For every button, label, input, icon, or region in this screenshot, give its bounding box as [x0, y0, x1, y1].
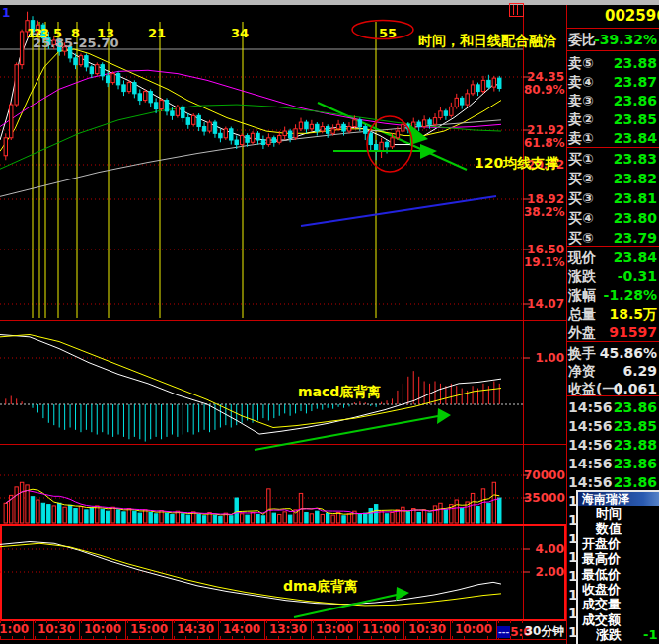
panel-separator	[566, 50, 659, 51]
trade-list-row: 14:5623.88	[568, 436, 657, 455]
trading-app-window: 1 25.85-25.70 时间，和日线配合融洽 120均线支撑 macd底背离…	[0, 0, 659, 644]
fib-number: 8	[71, 26, 80, 40]
weibi-row: 委比 -39.32%	[568, 31, 657, 49]
stock-header: 002596 海南瑞泽	[566, 7, 659, 26]
info-row-price: 现价23.84	[568, 249, 657, 267]
panel-separator	[566, 147, 659, 148]
ask-label: 卖⑤	[568, 55, 594, 71]
stock-code: 002596	[605, 7, 659, 25]
ma120-support-note: 120均线支撑	[475, 155, 558, 173]
fib-time-note: 时间，和日线配合融洽	[418, 33, 556, 50]
chart-window-icon[interactable]	[509, 3, 524, 17]
fib-number: 3	[40, 26, 49, 40]
stat-row-nav: 净资6.29	[568, 362, 657, 381]
weibi-value: -39.32%	[594, 31, 657, 49]
ask-row-3[interactable]: 卖③23.86	[568, 92, 657, 110]
bid-row-2[interactable]: 买②23.82	[568, 170, 657, 188]
bid-label: 买④	[568, 210, 594, 226]
ask-row-1[interactable]: 卖①23.84	[568, 129, 657, 148]
bid-price: 23.80	[614, 209, 657, 228]
data-fields-popup: 海南瑞泽 时间 数值 开盘价 最高价 最低价 收盘价 成交量 成交额 涨跌-1 …	[576, 490, 659, 644]
ask-price: 23.88	[614, 54, 657, 73]
popup-item-open[interactable]: 开盘价	[578, 537, 659, 551]
popup-item-value[interactable]: 数值	[578, 521, 659, 536]
popup-item-low[interactable]: 最低价	[578, 567, 659, 582]
ask-price: 23.87	[614, 73, 657, 92]
panel-separator	[566, 395, 659, 396]
ask-label: 卖①	[568, 130, 594, 146]
bid-label: 买②	[568, 171, 594, 186]
bid-row-1[interactable]: 买①23.83	[568, 150, 657, 169]
panel-separator	[566, 341, 659, 342]
ask-price: 23.86	[614, 92, 657, 110]
popup-item-change[interactable]: 涨跌-1	[578, 627, 659, 642]
info-row-outer: 外盘91597	[568, 323, 657, 342]
bid-price: 23.83	[614, 150, 657, 169]
popup-item-close[interactable]: 收盘价	[578, 582, 659, 597]
stat-row-turnover: 换手45.86%	[568, 344, 657, 363]
ask-price: 23.85	[614, 110, 657, 129]
ask-label: 卖②	[568, 111, 594, 127]
corner-text-fragment: 1	[2, 6, 10, 20]
popup-item-amount[interactable]: 成交额	[578, 612, 659, 627]
trade-list-row: 14:5623.86	[568, 455, 657, 473]
bid-row-4[interactable]: 买④23.80	[568, 209, 657, 228]
popup-title-bar[interactable]: 海南瑞泽	[578, 492, 659, 506]
ask-row-4[interactable]: 卖④23.87	[568, 73, 657, 92]
dma-divergence-note: dma底背离	[283, 578, 358, 596]
info-row-change-pct: 涨幅-1.28%	[568, 286, 657, 305]
ask-row-2[interactable]: 卖②23.85	[568, 110, 657, 129]
popup-change-value: -1	[643, 627, 657, 642]
weibi-label: 委比	[568, 32, 596, 47]
popup-item-volume[interactable]: 成交量	[578, 597, 659, 611]
bid-label: 买⑤	[568, 230, 594, 246]
panel-separator	[566, 28, 659, 29]
main-chart-canvas[interactable]	[0, 0, 659, 644]
info-row-volume: 总量18.5万	[568, 305, 657, 323]
trade-list-row: 14:5623.85	[568, 417, 657, 436]
bid-price: 23.81	[614, 189, 657, 208]
fib-number: 34	[231, 26, 249, 40]
popup-item-label: 涨跌	[596, 627, 622, 642]
ask-label: 卖③	[568, 93, 594, 108]
trade-list-row: 14:5623.86	[568, 398, 657, 417]
ask-row-5[interactable]: 卖⑤23.88	[568, 54, 657, 73]
popup-item-time[interactable]: 时间	[578, 506, 659, 521]
bid-label: 买①	[568, 151, 594, 167]
info-row-change: 涨跌-0.31	[568, 267, 657, 286]
bid-price: 23.82	[614, 170, 657, 188]
bid-row-3[interactable]: 买③23.81	[568, 189, 657, 208]
panel-separator	[566, 246, 659, 247]
fib-number: 21	[148, 26, 166, 40]
popup-item-high[interactable]: 最高价	[578, 551, 659, 566]
fib-number: 13	[97, 26, 114, 40]
bid-label: 买③	[568, 190, 594, 206]
fib-number: 55	[379, 26, 397, 40]
fib-number: 5	[53, 26, 62, 40]
ask-label: 卖④	[568, 74, 594, 90]
macd-divergence-note: macd底背离	[298, 384, 381, 401]
ask-price: 23.84	[614, 129, 657, 148]
